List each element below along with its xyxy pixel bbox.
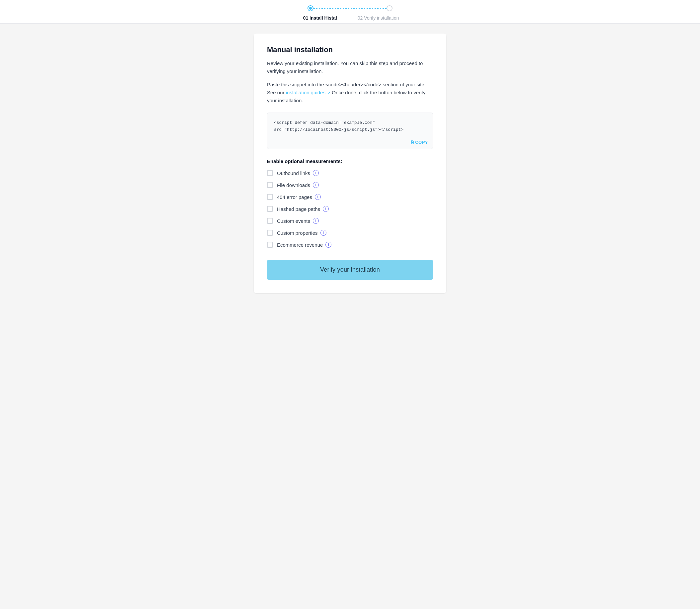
outbound-label: Outbound links i bbox=[277, 170, 319, 176]
step1-circle-inner bbox=[309, 7, 312, 10]
404pages-info-icon[interactable]: i bbox=[315, 194, 321, 200]
external-link-icon: ↗ bbox=[328, 90, 330, 96]
checkbox-item-hashed: Hashed page paths i bbox=[267, 206, 433, 212]
ecommerce-label-text: Ecommerce revenue bbox=[277, 242, 323, 248]
outbound-label-text: Outbound links bbox=[277, 170, 310, 176]
ecommerce-label: Ecommerce revenue i bbox=[277, 242, 331, 248]
checkbox-list: Outbound links i File downloads i 404 er… bbox=[267, 170, 433, 248]
customevents-label: Custom events i bbox=[277, 218, 319, 224]
checkbox-item-404pages: 404 error pages i bbox=[267, 194, 433, 200]
step1-label: 01 Install Histat bbox=[292, 15, 348, 21]
stepper bbox=[308, 5, 392, 11]
hashed-info-icon[interactable]: i bbox=[323, 206, 329, 212]
customprops-label-text: Custom properties bbox=[277, 230, 318, 236]
customevents-label-text: Custom events bbox=[277, 218, 310, 224]
step2-circle bbox=[386, 5, 392, 11]
step-line bbox=[314, 8, 386, 8]
filedownloads-label-text: File downloads bbox=[277, 182, 310, 188]
copy-icon: ⎘ bbox=[411, 139, 414, 145]
ecommerce-checkbox[interactable] bbox=[267, 242, 273, 248]
checkbox-item-filedownloads: File downloads i bbox=[267, 182, 433, 188]
hashed-label-text: Hashed page paths bbox=[277, 206, 320, 212]
top-bar: 01 Install Histat 02 Verify installation bbox=[0, 0, 700, 23]
checkbox-item-customevents: Custom events i bbox=[267, 218, 433, 224]
checkbox-item-ecommerce: Ecommerce revenue i bbox=[267, 242, 433, 248]
verify-button[interactable]: Verify your installation bbox=[267, 260, 433, 280]
card-desc2: Paste this snippet into the <code><heade… bbox=[267, 81, 433, 105]
main-card: Manual installation Review your existing… bbox=[254, 34, 446, 293]
customprops-checkbox[interactable] bbox=[267, 230, 273, 236]
measurements-label: Enable optional measurements: bbox=[267, 158, 433, 164]
step1-circle bbox=[308, 5, 314, 11]
outbound-info-icon[interactable]: i bbox=[313, 170, 319, 176]
filedownloads-info-icon[interactable]: i bbox=[313, 182, 319, 188]
404pages-checkbox[interactable] bbox=[267, 194, 273, 200]
hashed-checkbox[interactable] bbox=[267, 206, 273, 212]
step2-label: 02 Verify installation bbox=[348, 15, 408, 21]
code-block: <script defer data-domain="example.com"s… bbox=[267, 112, 433, 149]
card-desc1: Review your existing installation. You c… bbox=[267, 59, 433, 75]
checkbox-item-outbound: Outbound links i bbox=[267, 170, 433, 176]
customprops-info-icon[interactable]: i bbox=[320, 230, 327, 236]
checkbox-item-customprops: Custom properties i bbox=[267, 230, 433, 236]
copy-button[interactable]: ⎘ COPY bbox=[411, 139, 428, 145]
outbound-checkbox[interactable] bbox=[267, 170, 273, 176]
filedownloads-checkbox[interactable] bbox=[267, 182, 273, 188]
step-labels: 01 Install Histat 02 Verify installation bbox=[292, 15, 408, 21]
content-wrapper: Manual installation Review your existing… bbox=[247, 34, 453, 293]
card-title: Manual installation bbox=[267, 46, 433, 54]
404pages-label-text: 404 error pages bbox=[277, 194, 312, 200]
ecommerce-info-icon[interactable]: i bbox=[326, 242, 331, 248]
hashed-label: Hashed page paths i bbox=[277, 206, 329, 212]
customevents-info-icon[interactable]: i bbox=[313, 218, 319, 224]
filedownloads-label: File downloads i bbox=[277, 182, 319, 188]
copy-label: COPY bbox=[415, 140, 428, 145]
code-snippet: <script defer data-domain="example.com"s… bbox=[274, 120, 403, 132]
customevents-checkbox[interactable] bbox=[267, 218, 273, 224]
installation-guides-link[interactable]: installation guides.↗ bbox=[286, 90, 332, 95]
customprops-label: Custom properties i bbox=[277, 230, 327, 236]
404pages-label: 404 error pages i bbox=[277, 194, 321, 200]
